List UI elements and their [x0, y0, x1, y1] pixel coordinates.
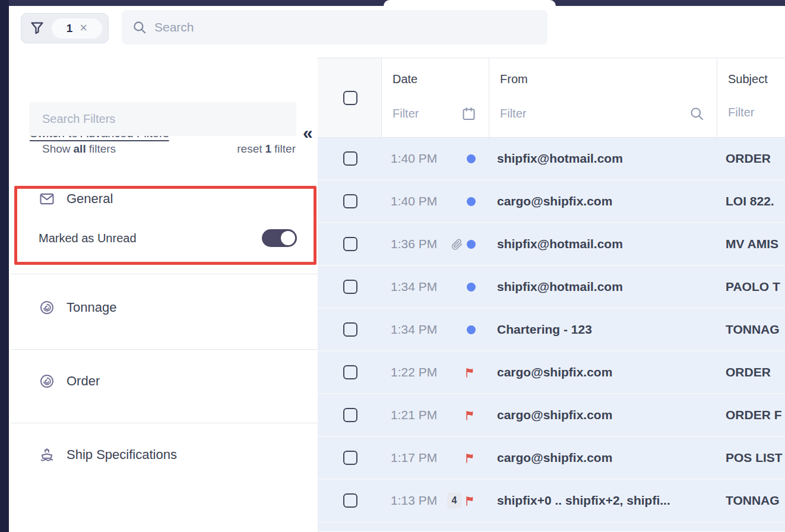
section-divider	[11, 423, 318, 423]
email-row[interactable]: 1:40 PMcargo@shipfix.comLOI 822.	[318, 180, 785, 223]
email-row[interactable]: 1:36 PMshipfix@hotmail.comMV AMIS	[318, 223, 785, 266]
row-subject-cell: TONNAG	[717, 480, 785, 521]
email-subject: LOI 822.	[726, 194, 774, 208]
email-sender: cargo@shipfix.com	[497, 365, 612, 379]
email-subject: TONNAG	[726, 493, 780, 508]
row-checkbox[interactable]	[343, 365, 357, 379]
attachment-icon	[450, 238, 464, 251]
email-row[interactable]: 1:34 PMshipfix@hotmail.comPAOLO T	[318, 266, 785, 309]
search-icon[interactable]	[689, 106, 705, 122]
row-indicators	[467, 154, 476, 163]
row-subject-cell: PAOLO T	[717, 266, 785, 308]
date-filter-input[interactable]	[392, 107, 461, 121]
row-from-cell: cargo@shipfix.com	[489, 180, 717, 222]
select-all-checkbox[interactable]	[343, 91, 357, 105]
email-sender: cargo@shipfix.com	[497, 408, 612, 422]
unread-dot-icon	[467, 154, 476, 163]
mail-table-header: Date From Subject	[318, 58, 785, 138]
filters-panel: Switch to Advanced Filters « Showallfilt…	[9, 58, 318, 532]
row-indicators	[467, 197, 476, 206]
section-ship-specifications[interactable]: Ship Specifications	[39, 446, 177, 463]
row-from-cell: shipfix@hotmail.com	[489, 138, 717, 179]
row-checkbox[interactable]	[343, 451, 357, 465]
email-time: 1:22 PM	[391, 365, 437, 379]
spiral-icon	[39, 373, 55, 390]
filter-count-pill: 1 ×	[52, 18, 102, 39]
subject-filter-input[interactable]	[728, 106, 777, 119]
row-indicators	[464, 367, 476, 378]
row-checkbox[interactable]	[343, 151, 357, 166]
email-row[interactable]: 1:17 PMcargo@shipfix.comPOS LIST	[318, 437, 785, 480]
email-time: 1:34 PM	[391, 280, 437, 294]
email-sender: shipfix@hotmail.com	[497, 151, 623, 166]
column-label-from[interactable]: From	[500, 72, 528, 86]
header-subject: Subject	[717, 58, 785, 137]
row-checkbox[interactable]	[343, 408, 357, 422]
tutorial-highlight-box	[14, 186, 316, 265]
filter-search-input[interactable]	[29, 112, 296, 126]
row-indicators	[467, 283, 476, 292]
row-date-cell: 1:40 PM	[382, 138, 489, 179]
row-from-cell: cargo@shipfix.com	[489, 437, 717, 479]
row-from-cell: cargo@shipfix.com	[489, 352, 717, 393]
email-subject: ORDER F	[726, 408, 782, 422]
email-row[interactable]: 1:40 PMshipfix@hotmail.comORDER	[318, 138, 785, 180]
row-date-cell: 1:21 PM	[382, 394, 489, 436]
row-indicators	[464, 410, 476, 421]
email-row[interactable]: 1:13 PM4shipfix+0 .. shipfix+2, shipfi..…	[318, 480, 785, 522]
active-filter-chip[interactable]: 1 ×	[21, 13, 109, 43]
section-tonnage[interactable]: Tonnage	[39, 299, 116, 316]
email-row[interactable]: 1:34 PMChartering - 123TONNAG	[318, 309, 785, 352]
email-subject: POS LIST	[726, 451, 783, 465]
email-rows: 1:40 PMshipfix@hotmail.comORDER1:40 PMca…	[318, 138, 785, 531]
row-subject-cell: TONNAG	[717, 309, 785, 350]
spiral-icon	[39, 299, 55, 316]
row-date-cell: 1:34 PM	[382, 266, 489, 308]
section-order[interactable]: Order	[39, 373, 100, 390]
column-label-date[interactable]: Date	[392, 72, 417, 86]
show-all-filters-link[interactable]: Showallfilters	[42, 142, 116, 156]
row-date-cell: 1:22 PM	[382, 352, 489, 393]
row-subject-cell: ORDER	[717, 352, 785, 393]
row-from-cell: shipfix+0 .. shipfix+2, shipfi...	[489, 480, 717, 521]
row-checkbox-cell	[318, 480, 382, 521]
email-time: 1:21 PM	[391, 408, 437, 422]
email-subject: PAOLO T	[726, 280, 780, 294]
email-time: 1:36 PM	[391, 237, 437, 251]
email-time: 1:17 PM	[391, 451, 437, 465]
row-checkbox[interactable]	[343, 280, 357, 294]
row-checkbox[interactable]	[343, 322, 357, 337]
email-row[interactable]: 1:22 PMcargo@shipfix.comORDER	[318, 352, 785, 394]
row-subject-cell: ORDER	[717, 138, 785, 179]
top-chrome-notch	[384, 0, 556, 6]
flag-icon	[464, 452, 476, 464]
row-subject-cell: ORDER F	[717, 394, 785, 436]
header-checkbox-cell	[318, 58, 382, 137]
row-indicators	[450, 238, 476, 251]
row-checkbox[interactable]	[343, 194, 357, 208]
email-row-partial	[318, 522, 785, 531]
filter-search	[29, 102, 296, 136]
row-checkbox[interactable]	[343, 493, 357, 508]
row-checkbox[interactable]	[343, 237, 357, 251]
unread-dot-icon	[467, 197, 476, 206]
email-sender: cargo@shipfix.com	[497, 451, 612, 465]
search-input[interactable]	[147, 20, 547, 34]
calendar-icon[interactable]	[461, 106, 477, 122]
row-indicators: 4	[447, 493, 476, 508]
global-search	[122, 10, 547, 45]
collapse-panel-icon[interactable]: «	[303, 123, 313, 143]
email-row[interactable]: 1:21 PMcargo@shipfix.comORDER F	[318, 394, 785, 437]
row-from-cell: shipfix@hotmail.com	[489, 223, 717, 265]
column-label-subject[interactable]: Subject	[728, 72, 768, 86]
email-subject: ORDER	[726, 151, 771, 166]
subject-filter	[728, 106, 777, 119]
search-icon	[132, 20, 147, 35]
reset-filter-link[interactable]: reset1filter	[237, 142, 296, 156]
header-date: Date	[382, 58, 489, 137]
from-filter-input[interactable]	[500, 107, 689, 121]
email-sender: shipfix@hotmail.com	[497, 280, 623, 294]
row-indicators	[464, 452, 476, 464]
clear-filter-icon[interactable]: ×	[80, 21, 87, 34]
section-divider	[11, 274, 318, 274]
